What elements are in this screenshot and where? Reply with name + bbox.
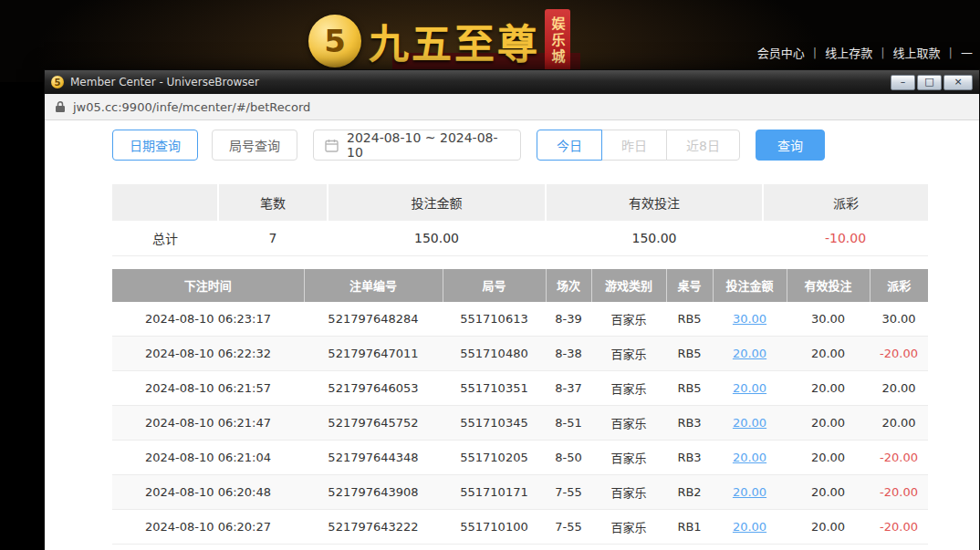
table-row: 2024-08-10 06:22:32 521797647011 5517104… bbox=[112, 337, 928, 371]
bet-time-cell: 2024-08-10 06:20:48 bbox=[112, 475, 304, 510]
bet-record-table: 下注时间 注单编号 局号 场次 游戏类别 桌号 投注金额 有效投注 派彩 202… bbox=[112, 269, 928, 545]
payout-cell: 30.00 bbox=[870, 302, 928, 337]
summary-count: 7 bbox=[218, 221, 328, 255]
bet-id-cell: 521797645752 bbox=[304, 406, 443, 441]
summary-header-payout: 派彩 bbox=[763, 184, 928, 221]
url-text: jw05.cc:9900/infe/mcenter/#/betRecord bbox=[73, 100, 310, 114]
session-cell: 8-51 bbox=[546, 406, 591, 441]
tab-yesterday[interactable]: 昨日 bbox=[601, 130, 667, 161]
minimize-button[interactable]: – bbox=[891, 75, 915, 90]
payout-cell: -20.00 bbox=[870, 475, 928, 510]
payout-cell: 20.00 bbox=[870, 406, 928, 441]
valid-bet-cell: 20.00 bbox=[787, 371, 870, 406]
bet-time-cell: 2024-08-10 06:20:27 bbox=[112, 510, 304, 545]
payout-cell: -20.00 bbox=[870, 441, 928, 475]
nav-link-member-center[interactable]: 会员中心 bbox=[757, 44, 805, 61]
date-range-input[interactable]: 2024-08-10 ~ 2024-08-10 bbox=[313, 130, 521, 161]
summary-payout: -10.00 bbox=[763, 221, 928, 255]
bet-amount-link[interactable]: 20.00 bbox=[733, 416, 766, 430]
game-type-cell: 百家乐 bbox=[591, 406, 666, 441]
bet-amount-link[interactable]: 20.00 bbox=[733, 381, 766, 395]
bet-amount-link[interactable]: 20.00 bbox=[733, 451, 766, 464]
quick-date-tabs: 今日 昨日 近8日 bbox=[537, 130, 740, 161]
date-query-button[interactable]: 日期查询 bbox=[112, 130, 198, 161]
maximize-button[interactable]: □ bbox=[917, 75, 942, 90]
table-row: 2024-08-10 06:21:57 521797646053 5517103… bbox=[112, 371, 928, 406]
nav-link-withdraw[interactable]: 线上取款 bbox=[893, 44, 941, 61]
summary-valid-bet: 150.00 bbox=[546, 221, 763, 255]
summary-header-bet-amount: 投注金额 bbox=[328, 184, 546, 221]
table-row: 2024-08-10 06:20:48 521797643908 5517101… bbox=[112, 475, 928, 510]
search-button[interactable]: 查询 bbox=[756, 130, 825, 161]
bet-amount-link[interactable]: 20.00 bbox=[733, 520, 766, 534]
bet-time-cell: 2024-08-10 06:21:57 bbox=[112, 371, 304, 406]
nav-link-deposit[interactable]: 线上存款 bbox=[825, 44, 872, 61]
table-no-cell: RB5 bbox=[666, 337, 713, 371]
payout-cell: 20.00 bbox=[870, 371, 928, 406]
logo-text: 九五至尊 bbox=[369, 12, 540, 70]
bet-amount-link[interactable]: 20.00 bbox=[733, 347, 766, 360]
bet-time-cell: 2024-08-10 06:23:17 bbox=[112, 302, 304, 337]
table-row: 2024-08-10 06:21:47 521797645752 5517103… bbox=[112, 406, 928, 441]
bet-id-cell: 521797646053 bbox=[304, 371, 443, 406]
session-cell: 8-37 bbox=[546, 371, 591, 406]
summary-bet-amount: 150.00 bbox=[328, 221, 546, 255]
bet-amount-cell: 20.00 bbox=[713, 371, 787, 406]
round-no-cell: 551710480 bbox=[443, 337, 546, 371]
url-bar[interactable]: jw05.cc:9900/infe/mcenter/#/betRecord bbox=[45, 94, 979, 120]
window-titlebar: 5 Member Center - UniverseBrowser – □ × bbox=[45, 70, 979, 94]
bet-amount-cell: 20.00 bbox=[713, 475, 787, 510]
game-type-cell: 百家乐 bbox=[591, 371, 666, 406]
round-no-cell: 551710613 bbox=[443, 302, 546, 337]
session-cell: 8-38 bbox=[546, 337, 591, 371]
session-cell: 8-50 bbox=[546, 441, 591, 475]
col-header-payout: 派彩 bbox=[870, 269, 928, 302]
bet-time-cell: 2024-08-10 06:21:04 bbox=[112, 441, 304, 475]
table-no-cell: RB1 bbox=[666, 510, 713, 545]
round-query-button[interactable]: 局号查询 bbox=[212, 130, 297, 161]
valid-bet-cell: 20.00 bbox=[787, 475, 870, 510]
bet-amount-link[interactable]: 30.00 bbox=[733, 312, 766, 326]
bet-amount-cell: 30.00 bbox=[713, 302, 787, 337]
nav-link-truncated[interactable]: — bbox=[961, 46, 973, 59]
summary-header-empty bbox=[112, 184, 218, 221]
nav-separator: | bbox=[881, 46, 884, 59]
bet-time-cell: 2024-08-10 06:22:32 bbox=[112, 337, 304, 371]
window-title: Member Center - UniverseBrowser bbox=[70, 76, 891, 88]
game-type-cell: 百家乐 bbox=[591, 510, 666, 545]
tab-today[interactable]: 今日 bbox=[537, 130, 602, 161]
valid-bet-cell: 20.00 bbox=[787, 406, 870, 441]
page-content: 日期查询 局号查询 2024-08-10 ~ 2024-08-10 今日 昨日 … bbox=[45, 120, 979, 550]
bet-amount-cell: 20.00 bbox=[713, 510, 787, 545]
col-header-game-type: 游戏类别 bbox=[591, 269, 666, 302]
col-header-table-no: 桌号 bbox=[666, 269, 713, 302]
col-header-valid-bet: 有效投注 bbox=[787, 269, 870, 302]
calendar-icon bbox=[325, 139, 339, 152]
table-row: 2024-08-10 06:23:17 521797648284 5517106… bbox=[112, 302, 928, 337]
bet-time-cell: 2024-08-10 06:21:47 bbox=[112, 406, 304, 441]
round-no-cell: 551710205 bbox=[443, 441, 546, 475]
round-no-cell: 551710345 bbox=[443, 406, 546, 441]
payout-cell: -20.00 bbox=[870, 337, 928, 371]
close-button[interactable]: × bbox=[944, 75, 973, 90]
table-no-cell: RB3 bbox=[666, 406, 713, 441]
game-type-cell: 百家乐 bbox=[591, 302, 666, 337]
table-row: 2024-08-10 06:21:04 521797644348 5517102… bbox=[112, 441, 928, 475]
bet-amount-cell: 20.00 bbox=[713, 337, 787, 371]
col-header-round-no: 局号 bbox=[443, 269, 546, 302]
table-row: 2024-08-10 06:20:27 521797643222 5517101… bbox=[112, 510, 928, 545]
payout-cell: -20.00 bbox=[870, 510, 928, 545]
summary-row: 总计 7 150.00 150.00 -10.00 bbox=[112, 221, 928, 255]
date-range-value: 2024-08-10 ~ 2024-08-10 bbox=[347, 130, 509, 160]
bet-amount-link[interactable]: 20.00 bbox=[733, 485, 766, 499]
bet-amount-cell: 20.00 bbox=[713, 406, 787, 441]
session-cell: 8-39 bbox=[546, 302, 591, 337]
site-logo: 5 九五至尊 娱乐城 bbox=[308, 7, 570, 75]
nav-separator: | bbox=[949, 46, 953, 59]
table-no-cell: RB5 bbox=[666, 302, 713, 337]
browser-window: 5 Member Center - UniverseBrowser – □ × … bbox=[44, 69, 980, 550]
game-type-cell: 百家乐 bbox=[591, 475, 666, 510]
session-cell: 7-55 bbox=[546, 475, 591, 510]
bet-amount-cell: 20.00 bbox=[713, 441, 787, 475]
tab-last-8-days[interactable]: 近8日 bbox=[666, 130, 740, 161]
